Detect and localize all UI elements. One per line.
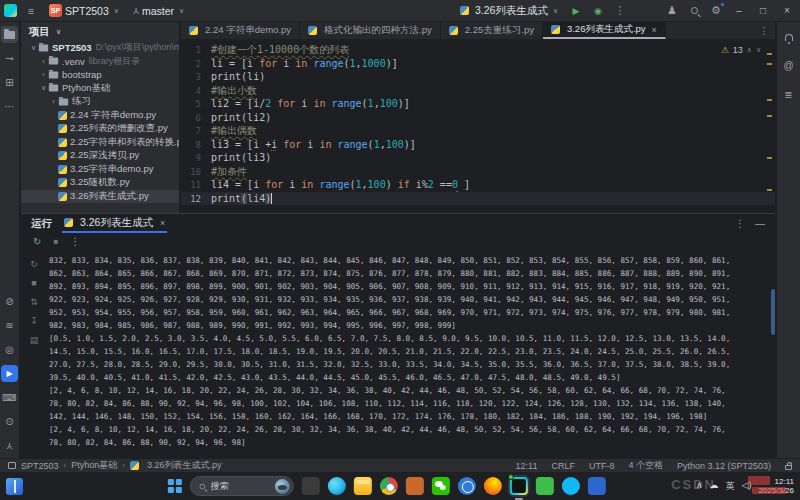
project-selector[interactable]: SP SPT2503 ∨ <box>45 2 123 19</box>
python-packages-icon[interactable]: ⊘ <box>1 293 18 310</box>
tray-icon-1[interactable]: ☁ <box>709 480 718 493</box>
settings-gear-icon[interactable]: ⚙ <box>708 3 724 19</box>
console-scrollbar[interactable] <box>771 289 775 335</box>
tree-item[interactable]: 2.24 字符串demo.py <box>21 109 179 123</box>
editor-tab-3[interactable]: 3.26列表生成式.py× <box>543 22 666 39</box>
branch-selector[interactable]: Y master ∨ <box>129 3 188 19</box>
tree-item[interactable]: ›bootstrap <box>21 68 179 82</box>
code-with-me-icon[interactable]: ♟ <box>664 3 680 19</box>
database-icon[interactable]: ≣ <box>780 86 797 103</box>
editor-scrollbar[interactable] <box>765 39 773 213</box>
version-control-icon[interactable]: Y <box>1 437 18 454</box>
tree-item[interactable]: 3.26列表生成式.py <box>21 190 179 204</box>
run-button[interactable]: ▶ <box>568 3 584 19</box>
structure-icon[interactable]: ⊞ <box>1 74 18 91</box>
tree-item[interactable]: 2.25深浅拷贝.py <box>21 149 179 163</box>
ai-assistant-icon[interactable]: @ <box>780 57 797 74</box>
more-actions-icon[interactable]: ⋮ <box>612 3 628 19</box>
breadcrumb-item[interactable]: Ptyhon基础 <box>71 459 117 472</box>
close-icon[interactable]: × <box>652 25 657 35</box>
prev-warning-icon[interactable]: ∧ <box>747 46 752 54</box>
stop-icon[interactable]: ■ <box>31 278 36 288</box>
tray-icon-2[interactable]: 英 <box>725 480 734 493</box>
taskbar-app-wechat[interactable] <box>432 477 450 495</box>
code-line: 1#创建一个1-10000个数的列表 <box>181 43 775 57</box>
taskbar-app-orange-app[interactable] <box>406 477 424 495</box>
tray-clock[interactable]: 12:11 2025/3/26 <box>758 477 794 495</box>
status-item-0[interactable]: 12:11 <box>516 461 538 471</box>
more-tool-windows-icon[interactable]: ⋯ <box>1 98 18 115</box>
tree-item[interactable]: ∨Ptyhon基础 <box>21 82 179 96</box>
editor-tab-0[interactable]: 2.24 字符串demo.py <box>181 22 300 39</box>
run-profile-icon[interactable]: ◎ <box>1 341 18 358</box>
taskbar-app-blue-app[interactable] <box>588 477 606 495</box>
taskbar-app-chrome[interactable] <box>380 477 398 495</box>
status-item-4[interactable]: Python 3.12 (SPT2503) <box>677 461 771 471</box>
lock-icon[interactable] <box>785 465 792 470</box>
taskbar-app-dark-app[interactable] <box>302 477 320 495</box>
next-warning-icon[interactable]: ∨ <box>756 46 761 54</box>
taskbar-app-explorer[interactable] <box>354 477 372 495</box>
notifications-icon[interactable] <box>780 28 797 45</box>
tool-window-icon[interactable] <box>8 462 16 469</box>
code-line: 4#输出小数 <box>181 84 775 98</box>
tab-options-icon[interactable]: ⋮ <box>754 22 776 39</box>
inspections-widget[interactable]: ⚠ 13 ∧ ∨ <box>721 45 761 55</box>
editor-tab-1[interactable]: 格式化输出的四种方法.py <box>300 22 441 39</box>
taskbar-app-firefox[interactable] <box>484 477 502 495</box>
window-maximize-button[interactable]: □ <box>754 5 772 16</box>
tree-item[interactable]: 2.25字符串和列表的转换.py <box>21 136 179 150</box>
search-everywhere-icon[interactable] <box>686 3 702 19</box>
tree-item[interactable]: 3.25字符串demo.py <box>21 163 179 177</box>
clear-all-icon[interactable]: ▤ <box>30 335 39 345</box>
run-tab[interactable]: 3.26列表生成式 × <box>62 214 167 233</box>
window-close-button[interactable]: × <box>778 5 796 16</box>
breadcrumb-item[interactable]: 3.26列表生成式.py <box>147 459 222 472</box>
console-line: [2, 4, 6, 8, 10, 12, 14, 16, 18, 20, 22,… <box>49 423 771 436</box>
start-button[interactable] <box>168 479 182 493</box>
breadcrumb-item[interactable]: SPT2503 <box>21 461 59 471</box>
code-editor[interactable]: 1#创建一个1-10000个数的列表2li = [i for i in rang… <box>181 39 775 213</box>
run-window-minimize-icon[interactable]: — <box>755 218 765 229</box>
tray-icon-3[interactable]: ◁) <box>741 480 751 493</box>
project-icon[interactable] <box>1 26 18 43</box>
code-token: in <box>295 58 307 69</box>
taskbar-app-pycharm[interactable] <box>510 477 528 495</box>
commit-icon[interactable]: ⊸ <box>1 50 18 67</box>
tree-item[interactable]: 3.25随机数.py <box>21 176 179 190</box>
scroll-to-end-icon[interactable]: ↧ <box>30 316 38 326</box>
stop-icon[interactable]: ■ <box>53 237 58 246</box>
search-input[interactable]: 搜索 <box>190 476 294 496</box>
run-window-options-icon[interactable]: ⋮ <box>735 218 745 229</box>
soft-wrap-icon[interactable]: ⇅ <box>30 297 38 307</box>
window-minimize-button[interactable]: – <box>730 5 748 16</box>
run-icon[interactable]: ▶ <box>1 365 18 382</box>
project-panel-header[interactable]: 项目 ∨ <box>21 22 179 41</box>
main-menu-icon[interactable]: ≡ <box>23 3 39 19</box>
taskbar-app-clock-app[interactable] <box>458 477 476 495</box>
run-more-icon[interactable]: ⋮ <box>70 236 80 247</box>
taskbar-corner-app[interactable] <box>6 478 23 495</box>
services-icon[interactable]: ≋ <box>1 317 18 334</box>
close-icon[interactable]: × <box>160 218 165 228</box>
rerun-icon[interactable]: ↻ <box>30 259 38 269</box>
code-line: 5li2 = [i/2 for i in range(1,100)] <box>181 97 775 111</box>
status-item-1[interactable]: CRLF <box>551 461 575 471</box>
console-output[interactable]: 832, 833, 834, 835, 836, 837, 838, 839, … <box>47 249 775 458</box>
tree-item[interactable]: ∨SPT2503D:\pyx\项目\python\myflaskd <box>21 41 179 55</box>
status-item-2[interactable]: UTF-8 <box>589 461 615 471</box>
run-config-selector[interactable]: 3.26列表生成式 ∨ <box>456 2 562 20</box>
tray-icon-0[interactable]: ∧ <box>696 480 703 493</box>
tree-item[interactable]: 2.25列表的增删改查.py <box>21 122 179 136</box>
taskbar-app-edge[interactable] <box>328 477 346 495</box>
rerun-icon[interactable]: ↻ <box>33 236 41 247</box>
terminal-icon[interactable]: ⌨ <box>1 389 18 406</box>
problems-icon[interactable]: ⊙ <box>1 413 18 430</box>
taskbar-app-qq[interactable] <box>562 477 580 495</box>
editor-tab-2[interactable]: 2.25去重练习.py <box>441 22 543 39</box>
tree-item[interactable]: ›练习 <box>21 95 179 109</box>
taskbar-app-green-app[interactable] <box>536 477 554 495</box>
status-item-3[interactable]: 4 个空格 <box>628 459 663 472</box>
tree-item[interactable]: ›.venvlibrary根目录 <box>21 55 179 69</box>
debug-button[interactable]: ◉ <box>590 3 606 19</box>
